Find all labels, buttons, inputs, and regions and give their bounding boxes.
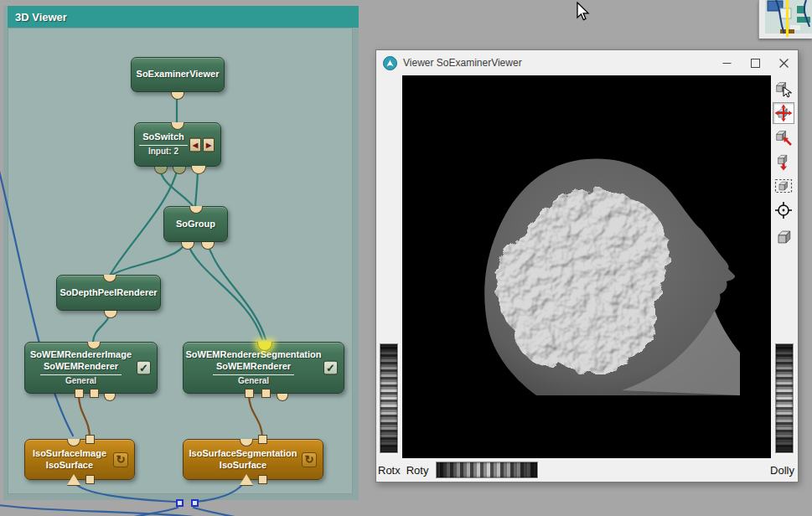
node-instance-label: IsoSurfaceSegmentation	[189, 448, 297, 460]
focal-point-icon	[774, 201, 793, 219]
node-label: SoExaminerViewer	[137, 69, 220, 80]
node-isosurfacesegmentation[interactable]: IsoSurfaceSegmentation IsoSurface ↻	[183, 439, 323, 480]
viewer-window-title: Viewer SoExaminerViewer	[403, 57, 712, 69]
node-instance-label: IsoSurfaceImage	[33, 448, 106, 460]
scene-input-connector[interactable]	[171, 122, 184, 130]
pick-mode-icon	[774, 80, 793, 98]
wem-output-connector[interactable]	[258, 475, 267, 484]
close-button[interactable]	[769, 50, 798, 75]
frame-scene-icon	[774, 177, 793, 195]
wem-output-connector[interactable]	[90, 389, 99, 398]
switch-stepper: ◀ ▶	[189, 137, 215, 152]
minimap-highlight-line	[786, 0, 789, 37]
viewer-title-bar[interactable]: Viewer SoExaminerViewer	[376, 50, 798, 75]
minimize-button[interactable]	[712, 50, 741, 75]
frame-scene-button[interactable]	[773, 175, 794, 197]
connection-edge[interactable]	[194, 508, 244, 516]
maximize-button[interactable]	[741, 50, 769, 75]
update-button[interactable]: ↻	[113, 452, 128, 467]
connection-edge[interactable]	[79, 395, 90, 438]
node-type-label: IsoSurface	[46, 460, 93, 472]
node-label: SoGroup	[176, 219, 215, 230]
wem-input-connector[interactable]	[85, 435, 95, 444]
wem-output-connector[interactable]	[75, 389, 84, 398]
view-all-icon	[774, 152, 793, 171]
viewer-3d-viewport[interactable]	[402, 75, 771, 458]
node-type-label: SoWEMRenderer	[213, 361, 294, 375]
focal-point-button[interactable]	[773, 199, 794, 221]
enable-checkbox[interactable]: ✓	[323, 361, 338, 375]
node-soexaminerviewer[interactable]: SoExaminerViewer	[131, 57, 225, 92]
connection-edge[interactable]	[187, 242, 262, 339]
camera-cube-button[interactable]	[773, 224, 794, 245]
update-button[interactable]: ↻	[302, 452, 317, 467]
switch-prev-button[interactable]: ◀	[189, 137, 201, 152]
node-sowemrendererimage[interactable]: SoWEMRendererImage SoWEMRenderer General…	[24, 342, 158, 394]
node-panel-tab-label: General	[65, 376, 96, 387]
node-isosurfaceimage[interactable]: IsoSurfaceImage IsoSurface ↻	[24, 439, 135, 480]
wem-output-connector[interactable]	[245, 389, 254, 398]
maximize-icon	[751, 59, 760, 68]
node-label: SoDepthPeelRenderer	[59, 287, 157, 299]
node-sodepthpeelrenderer[interactable]: SoDepthPeelRenderer	[56, 275, 161, 311]
mevislab-logo-icon	[383, 56, 397, 70]
switch-input-value: Input: 2	[148, 147, 178, 157]
connection-edge[interactable]	[0, 505, 256, 516]
node-sowemrenderersegmentation[interactable]: SoWEMRendererSegmentation SoWEMRenderer …	[183, 342, 344, 394]
image-input-connector[interactable]	[67, 439, 80, 446]
viewer-toolbar	[771, 78, 795, 245]
node-panel-tab-label: General	[238, 376, 269, 387]
mouse-cursor	[577, 2, 591, 26]
node-instance-label: SoWEMRendererImage	[30, 349, 132, 361]
node-sogroup[interactable]: SoGroup	[163, 206, 228, 242]
image-input-connector[interactable]	[240, 439, 253, 446]
node-soswitch[interactable]: SoSwitch Input: 2 ◀ ▶	[134, 122, 221, 167]
wem-input-connector[interactable]	[258, 435, 267, 444]
camera-cube-icon	[774, 225, 793, 244]
minimize-icon	[722, 59, 732, 68]
wem-output-connector[interactable]	[67, 474, 80, 485]
desktop: 3D Viewer SoExaminerViewer SoSwitch Inpu…	[0, 0, 812, 516]
pick-mode-button[interactable]	[773, 78, 794, 100]
rot-thumbwheel-left[interactable]	[380, 343, 398, 453]
node-type-label: IsoSurface	[220, 460, 266, 472]
seek-object-button[interactable]	[773, 126, 794, 148]
edge-bridge-connector[interactable]	[191, 499, 199, 507]
dolly-thumbwheel-right[interactable]	[775, 343, 794, 453]
wem-output-connector[interactable]	[240, 474, 253, 485]
enable-checkbox[interactable]: ✓	[137, 361, 151, 375]
dolly-label: Dolly	[770, 464, 794, 477]
rendered-head-brain-scene	[402, 75, 771, 458]
viewer-bottom-bar: Rotx Roty Dolly	[376, 458, 798, 482]
scene-input-connector[interactable]	[103, 275, 116, 282]
wem-output-connector[interactable]	[85, 475, 95, 484]
rotx-label: Rotx	[378, 464, 401, 477]
connection-edge[interactable]	[195, 481, 246, 502]
switch-next-button[interactable]: ▶	[203, 137, 215, 152]
edge-bridge-connector[interactable]	[176, 499, 184, 507]
close-icon	[779, 59, 789, 68]
wem-output-connector[interactable]	[261, 389, 271, 398]
examine-mode-icon	[774, 104, 793, 122]
view-all-button[interactable]	[773, 151, 794, 173]
seek-object-icon	[774, 128, 793, 147]
scene-input-connector[interactable]	[189, 206, 203, 214]
roty-label: Roty	[406, 464, 429, 477]
rot-thumbwheel-bottom[interactable]	[436, 462, 538, 478]
node-instance-label: SoWEMRendererSegmentation	[186, 349, 322, 361]
node-label: SoSwitch	[139, 132, 188, 146]
background-network-window-partial[interactable]	[758, 0, 812, 39]
scene-input-connector[interactable]	[87, 342, 101, 349]
minimap-content	[759, 0, 812, 39]
node-type-label: SoWEMRenderer	[40, 361, 122, 375]
examine-mode-button[interactable]	[773, 102, 794, 124]
connection-edge[interactable]	[249, 395, 262, 438]
viewer-window: Viewer SoExaminerViewer	[375, 49, 799, 482]
